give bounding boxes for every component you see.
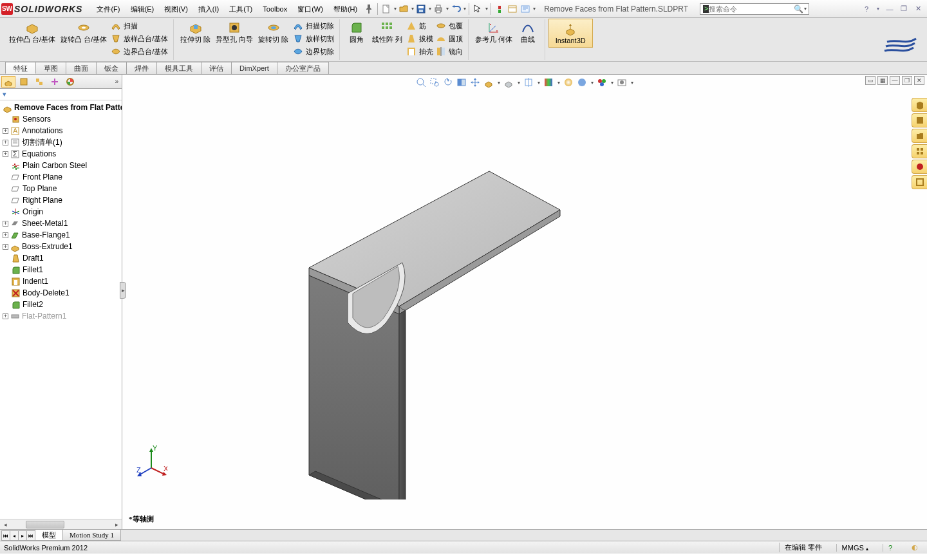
search-icon[interactable]: 🔍	[794, 5, 803, 14]
tab-nav-first-icon[interactable]: ⏮	[1, 530, 10, 541]
viewport-close-icon[interactable]: ✕	[914, 76, 924, 85]
expander-icon[interactable]: +	[3, 232, 8, 238]
print-dropdown[interactable]: ▾	[445, 4, 449, 14]
scroll-thumb[interactable]	[26, 521, 64, 528]
sweep-cut-button[interactable]: 扫描切除	[292, 19, 335, 32]
menu-tools[interactable]: 工具(T)	[224, 3, 258, 15]
hide-show-icon[interactable]	[523, 77, 534, 88]
tab-surfaces[interactable]: 曲面	[66, 62, 97, 74]
new-doc-icon[interactable]	[381, 4, 391, 14]
revolve-cut-button[interactable]: 旋转切 除	[256, 19, 291, 58]
minimize-icon[interactable]: —	[885, 4, 895, 14]
print-icon[interactable]	[433, 4, 444, 14]
configmgr-tab-icon[interactable]	[32, 76, 46, 88]
photoview-dropdown[interactable]: ▾	[630, 77, 634, 88]
undo-dropdown[interactable]: ▾	[462, 4, 467, 14]
render-dropdown[interactable]: ▾	[610, 77, 614, 88]
command-search[interactable]: > 🔍▾	[700, 3, 809, 15]
featuremgr-tab-icon[interactable]	[1, 76, 15, 88]
tab-sheetmetal[interactable]: 钣金	[96, 62, 127, 74]
shell-button[interactable]: 抽壳	[405, 45, 435, 58]
tree-node-draft1[interactable]: Draft1	[0, 252, 122, 264]
tab-nav-prev-icon[interactable]: ◂	[10, 530, 19, 541]
tab-moldtools[interactable]: 模具工具	[156, 62, 201, 74]
linear-pattern-button[interactable]: 线性阵 列	[370, 19, 405, 58]
viewport-minimize-icon[interactable]: —	[890, 76, 900, 85]
task-resources-icon[interactable]	[912, 98, 927, 112]
revolve-boss-button[interactable]: 旋转凸 台/基体	[58, 19, 109, 58]
instant3d-button[interactable]: Instant3D	[549, 19, 592, 47]
select-dropdown[interactable]: ▾	[484, 4, 489, 14]
pushpin-icon[interactable]	[364, 4, 374, 14]
display-style-icon[interactable]	[503, 77, 514, 88]
scroll-right-icon[interactable]: ▸	[111, 519, 122, 530]
multi-view-icon[interactable]: ▦	[877, 76, 888, 85]
loft-boss-button[interactable]: 放样凸台/基体	[109, 32, 169, 45]
status-help-icon[interactable]: ?	[883, 544, 897, 552]
tree-node-front-plane[interactable]: Front Plane	[0, 171, 122, 183]
tab-motion-study[interactable]: Motion Study 1	[62, 530, 121, 541]
tab-office[interactable]: 办公室产品	[277, 62, 329, 74]
section-view-icon[interactable]	[456, 77, 467, 88]
viewsettings-dropdown[interactable]: ▾	[590, 77, 594, 88]
orientation-dropdown[interactable]: ▾	[496, 77, 501, 88]
tree-node-equations[interactable]: +ΣEquations	[0, 148, 122, 160]
task-custom-props-icon[interactable]	[912, 175, 927, 189]
open-dropdown[interactable]: ▾	[410, 4, 415, 14]
menu-help[interactable]: 帮助(H)	[328, 3, 362, 15]
tree-node-sheet-metal1[interactable]: +Sheet-Metal1	[0, 218, 122, 229]
viewport-restore-icon[interactable]: ❐	[902, 76, 912, 85]
options-icon[interactable]	[507, 4, 518, 14]
tab-sketch[interactable]: 草图	[35, 62, 66, 74]
mirror-button[interactable]: 镜向	[435, 45, 464, 58]
boundary-cut-button[interactable]: 边界切除	[292, 45, 335, 58]
menu-file[interactable]: 文件(F)	[91, 3, 125, 15]
boundary-boss-button[interactable]: 边界凸台/基体	[109, 45, 169, 58]
tab-evaluate[interactable]: 评估	[201, 62, 232, 74]
screencap-dropdown[interactable]: ▾	[532, 4, 536, 14]
open-icon[interactable]	[398, 4, 409, 14]
display-tab-icon[interactable]	[63, 76, 77, 88]
tree-node-fillet2[interactable]: Fillet2	[0, 299, 122, 310]
hideshow-dropdown[interactable]: ▾	[536, 77, 541, 88]
menu-toolbox[interactable]: Toolbox	[258, 3, 292, 15]
panel-expand-icon[interactable]: »	[113, 78, 120, 85]
tree-root-node[interactable]: Remove Faces from Flat Patter	[0, 102, 122, 113]
expander-icon[interactable]: +	[3, 244, 8, 250]
zoom-area-icon[interactable]	[429, 77, 440, 88]
menu-insert[interactable]: 插入(I)	[193, 3, 224, 15]
loft-cut-button[interactable]: 放样切割	[292, 32, 335, 45]
expander-icon[interactable]: +	[3, 140, 8, 145]
panel-splitter-grip[interactable]: ▸	[120, 282, 126, 299]
zoom-fit-icon[interactable]	[415, 77, 427, 88]
tree-node-top-plane[interactable]: Top Plane	[0, 183, 122, 194]
extrude-boss-button[interactable]: 拉伸凸 台/基体	[6, 19, 58, 58]
dimxpert-tab-icon[interactable]	[48, 76, 62, 88]
view-orientation-icon[interactable]	[483, 77, 494, 88]
tab-weldments[interactable]: 焊件	[126, 62, 157, 74]
pan-icon[interactable]	[469, 77, 481, 88]
undo-icon[interactable]	[451, 4, 461, 14]
photoview-icon[interactable]	[616, 77, 628, 88]
wrap-button[interactable]: 包覆	[435, 19, 464, 32]
graphics-viewport[interactable]: ▾ ▾ ▾ ▾ ▾ ▾ ▾ ▭ ▦ — ❐ ✕	[122, 75, 927, 529]
save-dropdown[interactable]: ▾	[427, 4, 432, 14]
restore-icon[interactable]: ❐	[899, 4, 909, 14]
tree-node-plain-carbon-steel[interactable]: Plain Carbon Steel	[0, 160, 122, 171]
select-icon[interactable]	[473, 4, 483, 14]
command-search-input[interactable]	[709, 5, 794, 13]
expander-icon[interactable]: +	[3, 128, 8, 134]
sweep-boss-button[interactable]: 扫描	[109, 19, 169, 32]
scroll-left-icon[interactable]: ◂	[0, 519, 10, 530]
menu-window[interactable]: 窗口(W)	[292, 3, 328, 15]
draft-button[interactable]: 拔模	[405, 32, 435, 45]
menu-edit[interactable]: 编辑(E)	[126, 3, 160, 15]
help-dropdown[interactable]: ▾	[876, 4, 881, 14]
help-icon[interactable]: ?	[861, 4, 872, 14]
appearance-dropdown[interactable]: ▾	[556, 77, 561, 88]
close-icon[interactable]: ✕	[913, 4, 923, 14]
dome-button[interactable]: 圆顶	[435, 32, 464, 45]
tree-node-annotations[interactable]: +AAnnotations	[0, 125, 122, 136]
tree-horizontal-scrollbar[interactable]: ◂ ▸	[0, 519, 122, 529]
status-rebuild-icon[interactable]: ◐	[906, 543, 923, 552]
